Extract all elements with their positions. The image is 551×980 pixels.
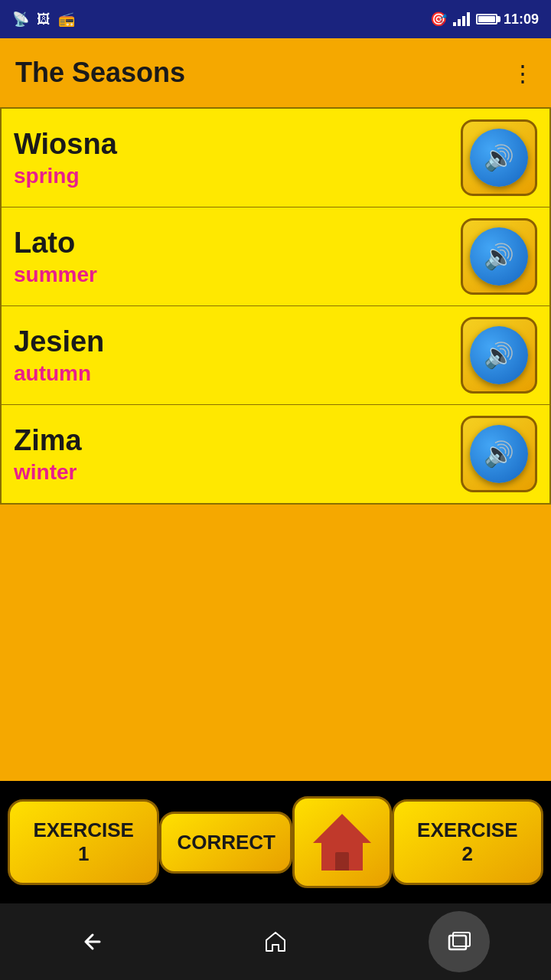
- vocab-text-jesien: Jesien autumn: [14, 325, 104, 386]
- app-header: The Seasons ⋮: [0, 38, 551, 107]
- vocab-translation: summer: [14, 263, 97, 287]
- audio-btn-inner: 🔊: [470, 425, 528, 483]
- recents-button[interactable]: [429, 911, 490, 972]
- vocab-translation: winter: [14, 460, 82, 485]
- bottom-action-bar: EXERCISE 1 CORRECT EXERCISE 2: [0, 781, 551, 903]
- list-item: Lato summer 🔊: [2, 207, 549, 306]
- house-body: [321, 843, 363, 871]
- vocab-text-zima: Zima winter: [14, 424, 82, 485]
- radio-icon: 📻: [58, 11, 75, 28]
- status-bar: 📡 🖼 📻 🎯 11:09: [0, 0, 551, 38]
- list-item: Jesien autumn 🔊: [2, 306, 549, 405]
- svg-rect-0: [449, 936, 466, 949]
- audio-btn-inner: 🔊: [470, 227, 528, 286]
- list-item: Wiosna spring 🔊: [2, 109, 549, 207]
- target-icon: 🎯: [430, 11, 447, 28]
- audio-btn-inner: 🔊: [470, 129, 528, 187]
- menu-button[interactable]: ⋮: [511, 60, 536, 87]
- house-roof: [313, 814, 371, 843]
- exercise2-button[interactable]: EXERCISE 2: [392, 799, 543, 885]
- vocab-text-wiosna: Wiosna spring: [14, 128, 117, 188]
- main-content: Wiosna spring 🔊 Lato summer 🔊: [0, 107, 551, 781]
- image-icon: 🖼: [37, 11, 51, 28]
- audio-button-wiosna[interactable]: 🔊: [461, 119, 537, 196]
- house-icon: [313, 814, 371, 871]
- empty-area: [0, 505, 551, 781]
- status-icons-left: 📡 🖼 📻: [12, 11, 75, 28]
- vocab-word: Jesien: [14, 325, 104, 358]
- vocab-word: Zima: [14, 424, 82, 457]
- house-door: [335, 852, 349, 871]
- home-button[interactable]: [292, 796, 391, 888]
- vocab-word: Lato: [14, 227, 97, 260]
- vocab-translation: autumn: [14, 361, 104, 386]
- status-icons-right: 🎯 11:09: [430, 11, 539, 28]
- audio-button-jesien[interactable]: 🔊: [461, 317, 537, 394]
- vocab-word: Wiosna: [14, 128, 117, 161]
- android-home-button[interactable]: [245, 911, 306, 972]
- svg-rect-1: [453, 933, 470, 946]
- android-nav-bar: [0, 903, 551, 980]
- speaker-icon: 🔊: [484, 341, 514, 370]
- back-button[interactable]: [61, 911, 122, 972]
- page-title: The Seasons: [15, 57, 185, 89]
- vocabulary-list: Wiosna spring 🔊 Lato summer 🔊: [0, 107, 551, 505]
- cast-icon: 📡: [12, 11, 29, 28]
- speaker-icon: 🔊: [484, 143, 514, 172]
- speaker-icon: 🔊: [484, 242, 514, 271]
- list-item: Zima winter 🔊: [2, 405, 549, 503]
- audio-btn-inner: 🔊: [470, 326, 528, 384]
- speaker-icon: 🔊: [484, 439, 514, 469]
- correct-button[interactable]: CORRECT: [159, 812, 292, 874]
- status-time: 11:09: [504, 11, 539, 28]
- exercise1-button[interactable]: EXERCISE 1: [8, 799, 159, 885]
- battery-icon: [476, 14, 497, 24]
- vocab-translation: spring: [14, 164, 117, 188]
- vocab-text-lato: Lato summer: [14, 227, 97, 287]
- audio-button-lato[interactable]: 🔊: [461, 218, 537, 295]
- signal-icon: [453, 12, 470, 26]
- audio-button-zima[interactable]: 🔊: [461, 416, 537, 492]
